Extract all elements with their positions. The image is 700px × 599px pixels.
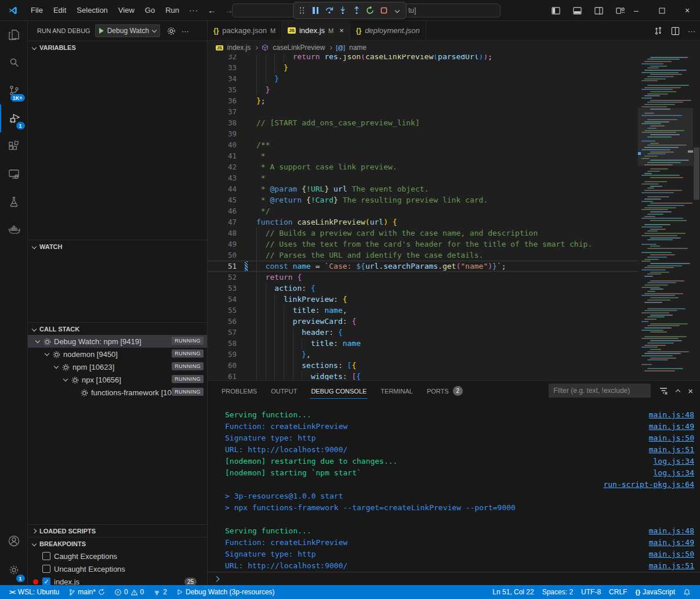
line-number[interactable]: 55 bbox=[208, 305, 237, 316]
remote-indicator[interactable]: >< WSL: Ubuntu bbox=[6, 586, 63, 598]
code-line-51[interactable]: 51 const name = `Case: ${url.searchParam… bbox=[208, 261, 638, 272]
line-number[interactable]: 61 bbox=[208, 371, 237, 380]
eol-status[interactable]: CRLF bbox=[605, 586, 630, 598]
code-line-47[interactable]: 47function caseLinkPreview(url) { bbox=[208, 216, 638, 228]
gutter-glyph[interactable] bbox=[237, 327, 256, 338]
line-number[interactable]: 60 bbox=[208, 360, 237, 371]
panel-tab-problems[interactable]: PROBLEMS bbox=[216, 381, 263, 401]
breakpoint-item[interactable]: Caught Exceptions bbox=[28, 550, 207, 562]
gutter-glyph[interactable] bbox=[237, 117, 256, 128]
run-and-debug-icon[interactable]: 1 bbox=[0, 104, 28, 132]
step-out-button[interactable] bbox=[350, 4, 363, 17]
line-number[interactable]: 40 bbox=[208, 139, 237, 150]
console-source-link[interactable]: run-script-pkg.js:64 bbox=[603, 479, 694, 490]
gutter-glyph[interactable] bbox=[237, 55, 256, 62]
pause-button[interactable] bbox=[310, 4, 322, 17]
code-line-56[interactable]: 56 previewCard: { bbox=[208, 316, 638, 327]
line-number[interactable]: 35 bbox=[208, 84, 237, 95]
cursor-position-status[interactable]: Ln 51, Col 22 bbox=[489, 586, 537, 598]
minimize-button[interactable]: – bbox=[623, 0, 649, 21]
tab-deployment-json[interactable]: {} deployment.json bbox=[350, 21, 426, 40]
menu-go[interactable]: Go bbox=[140, 3, 160, 17]
code-line-36[interactable]: 36}; bbox=[208, 95, 638, 106]
remote-explorer-icon[interactable] bbox=[0, 160, 28, 188]
debug-console-input[interactable] bbox=[208, 572, 700, 585]
gutter-glyph[interactable] bbox=[237, 62, 256, 73]
gutter-glyph[interactable] bbox=[237, 371, 256, 380]
breakpoint-item[interactable]: Uncaught Exceptions bbox=[28, 562, 207, 575]
breakpoint-checkbox[interactable]: ✓ bbox=[42, 578, 50, 585]
line-number[interactable]: 50 bbox=[208, 250, 237, 261]
code-line-32[interactable]: 32 return res.json(caseLinkPreview(parse… bbox=[208, 55, 638, 62]
gutter-glyph[interactable] bbox=[237, 95, 256, 106]
line-number[interactable]: 43 bbox=[208, 172, 237, 183]
line-number[interactable]: 32 bbox=[208, 55, 237, 62]
gutter-glyph[interactable] bbox=[237, 128, 256, 139]
breakpoints-section-header[interactable]: BREAKPOINTS bbox=[28, 537, 207, 550]
gutter-glyph[interactable] bbox=[237, 172, 256, 183]
console-source-link[interactable]: main.js:50 bbox=[649, 432, 694, 444]
gutter-glyph[interactable] bbox=[237, 239, 256, 250]
line-number[interactable]: 57 bbox=[208, 327, 237, 338]
line-number[interactable]: 58 bbox=[208, 338, 237, 349]
breadcrumb-member[interactable]: name bbox=[349, 44, 367, 52]
filter-icon[interactable] bbox=[659, 386, 668, 395]
code-line-59[interactable]: 59 }, bbox=[208, 349, 638, 360]
panel-tab-debug-console[interactable]: DEBUG CONSOLE bbox=[305, 381, 372, 401]
step-over-button[interactable] bbox=[323, 4, 336, 17]
code-line-41[interactable]: 41 * bbox=[208, 150, 638, 161]
debug-session-status[interactable]: Debug Watch (3p-resources) bbox=[173, 586, 278, 598]
maximize-button[interactable] bbox=[649, 0, 674, 21]
tab-package-json[interactable]: {} package.json M bbox=[208, 21, 282, 40]
notifications-bell-icon[interactable] bbox=[680, 586, 694, 598]
close-panel-icon[interactable]: × bbox=[688, 386, 693, 396]
step-into-button[interactable] bbox=[337, 4, 350, 17]
line-number[interactable]: 39 bbox=[208, 128, 237, 139]
gutter-glyph[interactable] bbox=[237, 150, 256, 161]
gutter-glyph[interactable] bbox=[237, 261, 256, 272]
code-line-37[interactable]: 37 bbox=[208, 106, 638, 117]
line-number[interactable]: 49 bbox=[208, 239, 237, 250]
line-number[interactable]: 34 bbox=[208, 73, 237, 84]
code-line-48[interactable]: 48 // Builds a preview card with the cas… bbox=[208, 228, 638, 239]
code-line-53[interactable]: 53 action: { bbox=[208, 283, 638, 294]
code-line-49[interactable]: 49 // Uses the text from the card's head… bbox=[208, 239, 638, 250]
loaded-scripts-section-header[interactable]: LOADED SCRIPTS bbox=[28, 524, 207, 537]
console-source-link[interactable]: log.js:34 bbox=[654, 467, 694, 479]
breakpoint-checkbox[interactable] bbox=[42, 565, 50, 573]
launch-config-dropdown[interactable]: Debug Watch bbox=[95, 24, 160, 37]
breadcrumb-symbol[interactable]: caseLinkPreview bbox=[273, 44, 325, 52]
console-source-link[interactable]: main.js:50 bbox=[649, 549, 694, 560]
docker-icon[interactable] bbox=[0, 216, 28, 244]
search-icon[interactable] bbox=[0, 49, 28, 77]
editor-more-actions-icon[interactable]: ··· bbox=[688, 27, 695, 35]
call-stack-section-header[interactable]: CALL STACK bbox=[28, 322, 207, 335]
debug-toolbar-dropdown-icon[interactable] bbox=[391, 4, 404, 17]
code-line-38[interactable]: 38// [START add_ons_case_preview_link] bbox=[208, 117, 638, 128]
close-window-button[interactable]: × bbox=[674, 0, 700, 21]
code-line-46[interactable]: 46 */ bbox=[208, 205, 638, 216]
gutter-glyph[interactable] bbox=[237, 73, 256, 84]
split-editor-icon[interactable] bbox=[671, 27, 680, 35]
line-number[interactable]: 47 bbox=[208, 216, 237, 228]
toggle-secondary-sidebar-icon[interactable] bbox=[594, 6, 603, 15]
code-line-50[interactable]: 50 // Parses the URL and identify the ca… bbox=[208, 250, 638, 261]
line-number[interactable]: 42 bbox=[208, 161, 237, 172]
panel-tab-terminal[interactable]: TERMINAL bbox=[375, 381, 419, 401]
problems-status[interactable]: 0 0 bbox=[111, 586, 147, 598]
call-stack-item[interactable]: Debug Watch: npm [9419]RUNNING bbox=[28, 335, 207, 348]
menu-selection[interactable]: Selection bbox=[71, 3, 113, 17]
variables-section-header[interactable]: VARIABLES bbox=[28, 41, 207, 53]
code-line-61[interactable]: 61 widgets: [{ bbox=[208, 371, 638, 380]
gutter-glyph[interactable] bbox=[237, 194, 256, 205]
gutter-glyph[interactable] bbox=[237, 205, 256, 216]
forwarded-ports-status[interactable]: 2 bbox=[150, 586, 171, 598]
line-number[interactable]: 41 bbox=[208, 150, 237, 161]
code-line-52[interactable]: 52 return { bbox=[208, 272, 638, 283]
gutter-glyph[interactable] bbox=[237, 183, 256, 194]
code-line-39[interactable]: 39 bbox=[208, 128, 638, 139]
toggle-panel-icon[interactable] bbox=[573, 6, 582, 15]
line-number[interactable]: 52 bbox=[208, 272, 237, 283]
gutter-glyph[interactable] bbox=[237, 84, 256, 95]
gutter-glyph[interactable] bbox=[237, 305, 256, 316]
